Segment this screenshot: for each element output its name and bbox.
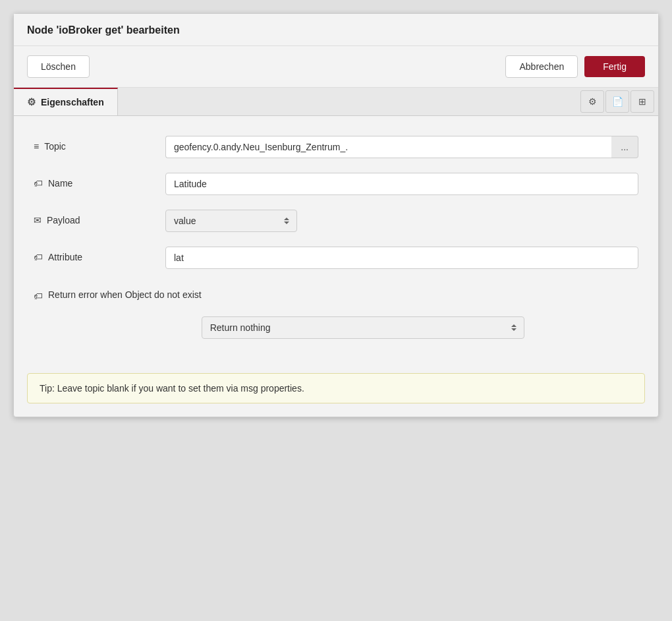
topic-label: ≡ Topic bbox=[34, 136, 165, 152]
delete-button[interactable]: Löschen bbox=[27, 55, 90, 78]
tab-bar: ⚙ Eigenschaften ⚙ 📄 ⊞ bbox=[14, 88, 658, 116]
topic-row: ≡ Topic ... bbox=[34, 136, 638, 158]
attribute-label: 🏷 Attribute bbox=[34, 247, 165, 262]
topic-control: ... bbox=[165, 136, 638, 158]
name-control bbox=[165, 173, 638, 195]
attribute-row: 🏷 Attribute bbox=[34, 247, 638, 269]
tab-actions: ⚙ 📄 ⊞ bbox=[576, 88, 658, 115]
return-error-select[interactable]: Return nothing Return error Return null bbox=[202, 316, 524, 339]
name-row: 🏷 Name bbox=[34, 173, 638, 195]
description-tab-button[interactable]: 📄 bbox=[605, 90, 629, 113]
topic-ellipsis-button[interactable]: ... bbox=[611, 136, 638, 158]
topic-label-text: Topic bbox=[44, 141, 66, 152]
grid-tab-button[interactable]: ⊞ bbox=[630, 90, 654, 113]
name-icon: 🏷 bbox=[34, 178, 43, 189]
payload-control: value state object bbox=[165, 210, 638, 232]
return-error-label-text: Return error when Object do not exist bbox=[48, 289, 202, 302]
return-error-control: Return nothing Return error Return null bbox=[202, 283, 638, 339]
name-input[interactable] bbox=[165, 173, 638, 195]
return-error-row: 🏷 Return error when Object do not exist … bbox=[34, 283, 638, 339]
tip-box: Tip: Leave topic blank if you want to se… bbox=[27, 373, 645, 403]
attribute-label-text: Attribute bbox=[48, 252, 82, 262]
topic-input[interactable] bbox=[165, 136, 611, 158]
payload-row: ✉ Payload value state object bbox=[34, 210, 638, 232]
payload-label: ✉ Payload bbox=[34, 210, 165, 225]
payload-label-text: Payload bbox=[47, 215, 80, 225]
return-error-icon: 🏷 bbox=[34, 290, 43, 303]
name-label-text: Name bbox=[48, 178, 72, 189]
tab-eigenschaften[interactable]: ⚙ Eigenschaften bbox=[14, 88, 118, 115]
settings-tab-button[interactable]: ⚙ bbox=[580, 90, 604, 113]
name-label: 🏷 Name bbox=[34, 173, 165, 189]
attribute-control bbox=[165, 247, 638, 269]
dialog-title: Node 'ioBroker get' bearbeiten bbox=[14, 14, 658, 46]
payload-select[interactable]: value state object bbox=[165, 210, 297, 232]
toolbar: Löschen Abbrechen Fertig bbox=[14, 46, 658, 88]
done-button[interactable]: Fertig bbox=[584, 56, 645, 77]
topic-icon: ≡ bbox=[34, 141, 39, 152]
payload-icon: ✉ bbox=[34, 215, 42, 225]
tip-text: Tip: Leave topic blank if you want to se… bbox=[40, 383, 304, 394]
attribute-icon: 🏷 bbox=[34, 252, 43, 262]
attribute-input[interactable] bbox=[165, 247, 638, 269]
title-text: Node 'ioBroker get' bearbeiten bbox=[27, 24, 180, 36]
tab-label: Eigenschaften bbox=[41, 97, 104, 107]
return-error-label: 🏷 Return error when Object do not exist bbox=[34, 283, 202, 303]
dialog: Node 'ioBroker get' bearbeiten Löschen A… bbox=[13, 13, 659, 417]
cancel-button[interactable]: Abbrechen bbox=[505, 55, 578, 78]
form-area: ≡ Topic ... 🏷 Name ✉ Payload bbox=[14, 116, 658, 367]
gear-icon: ⚙ bbox=[27, 96, 36, 108]
